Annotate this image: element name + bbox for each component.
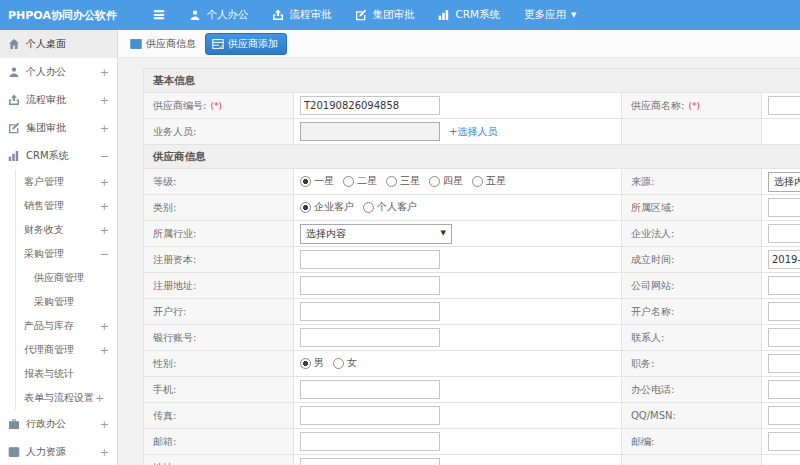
expand-plus-icon[interactable]: + [100,201,111,212]
gender-radio-0[interactable] [300,358,311,369]
office-phone-input[interactable] [768,380,800,399]
registered-capital-input[interactable] [300,250,440,269]
expand-plus-icon[interactable]: + [100,321,111,332]
expand-plus-icon[interactable]: + [100,123,111,134]
company-website-input[interactable] [768,276,800,295]
sidebar-item-product-inventory[interactable]: 产品与库存+ [0,314,117,338]
registered-address-input[interactable] [300,276,440,295]
level-radio-4[interactable] [472,176,483,187]
bank-branch-input[interactable] [300,302,440,321]
expand-plus-icon[interactable]: + [100,225,111,236]
level-radio-3[interactable] [429,176,440,187]
gender-option-1[interactable]: 女 [333,356,357,370]
nav-item-more-apps[interactable]: 更多应用▼ [524,8,576,22]
region-input[interactable] [768,198,800,217]
sidebar-item-workflow-approval[interactable]: 流程审批+ [0,86,117,114]
category-radio-1[interactable] [363,202,374,213]
field-label: 来源: [631,176,654,187]
tab-supplier-add[interactable]: 供应商添加 [205,33,287,55]
sidebar-item-form-flow-settings[interactable]: 表单与流程设置+ [0,386,117,410]
level-radio-1[interactable] [343,176,354,187]
industry-select[interactable]: 选择内容▼ [300,224,452,244]
field-label: 传真: [153,410,176,421]
nav-item-personal-office[interactable]: 个人办公 [189,8,248,22]
mobile-input[interactable] [300,380,440,399]
menu-icon[interactable]: ≡ [152,7,165,23]
account-name-input[interactable] [768,302,800,321]
level-option-1[interactable]: 二星 [343,174,377,188]
expand-plus-icon[interactable]: + [100,419,111,430]
region-value-cell [762,195,800,221]
expand-plus-icon[interactable]: + [100,67,111,78]
nav-item-crm-system[interactable]: CRM系统 [438,8,500,22]
bank-account-label: 银行账号: [144,325,294,351]
field-label: 地址: [153,462,176,465]
category-label: 类别: [144,195,294,221]
registered-capital-label: 注册资本: [144,247,294,273]
sidebar-item-group-approval[interactable]: 集团审批+ [0,114,117,142]
sidebar-item-personal-office[interactable]: 个人办公+ [0,58,117,86]
sidebar-item-sales-mgmt[interactable]: 销售管理+ [0,194,117,218]
collapse-minus-icon[interactable]: − [100,151,111,162]
category-option-0[interactable]: 企业客户 [300,200,354,214]
field-label: 所属行业: [153,228,196,239]
bank-branch-value-cell [294,299,622,325]
level-radio-2[interactable] [386,176,397,187]
legal-person-input[interactable] [768,224,800,243]
expand-plus-icon[interactable]: + [100,345,111,356]
book-icon [8,446,20,458]
nav-item-group-approval[interactable]: 集团审批 [355,8,414,22]
expand-plus-icon[interactable]: + [95,393,104,404]
contact-person-input[interactable] [768,328,800,347]
field-label: 开户名称: [631,306,674,317]
contact-person-value-cell [762,325,800,351]
gender-radio-1[interactable] [333,358,344,369]
fax-input[interactable] [300,406,440,425]
nav-item-workflow-approval[interactable]: 流程审批 [272,8,331,22]
supplier-code-input[interactable] [300,96,440,115]
sidebar-item-human-resources[interactable]: 人力资源+ [0,438,117,465]
caret-down-icon: ▼ [441,230,446,237]
tab-supplier-info[interactable]: 供应商信息 [130,37,196,51]
sidebar-item-purchasing-mgmt[interactable]: 采购管理 [0,290,117,314]
sidebar-item-finance-mgmt[interactable]: 财务收支+ [0,218,117,242]
sidebar-item-supplier-mgmt[interactable]: 供应商管理 [0,266,117,290]
zip-code-input[interactable] [768,432,800,451]
sidebar-item-reports-stats[interactable]: 报表与统计 [0,362,117,386]
sidebar-item-label: 客户管理 [24,175,64,189]
source-select[interactable]: 选择内容▼ [768,172,800,192]
expand-plus-icon[interactable]: + [100,447,111,458]
sidebar-item-agent-mgmt[interactable]: 代理商管理+ [0,338,117,362]
sidebar-item-customer-mgmt[interactable]: 客户管理+ [0,170,117,194]
address-input[interactable] [300,458,440,465]
level-option-4[interactable]: 五星 [472,174,506,188]
sidebar-item-label: 集团审批 [26,121,66,135]
zip-code-value-cell [762,429,800,455]
business-person-input[interactable] [300,122,440,141]
category-option-1[interactable]: 个人客户 [363,200,417,214]
sidebar-item-personal-desktop[interactable]: 个人桌面 [0,30,117,58]
gender-option-0[interactable]: 男 [300,356,324,370]
supplier-name-input[interactable] [768,96,800,115]
select-person-link[interactable]: +选择人员 [449,126,497,137]
level-option-0[interactable]: 一星 [300,174,334,188]
sidebar-item-purchase-mgmt[interactable]: 采购管理− [0,242,117,266]
sidebar-item-label: 个人桌面 [26,37,66,51]
level-option-3[interactable]: 四星 [429,174,463,188]
sidebar-item-label: 行政办公 [26,417,66,431]
level-option-2[interactable]: 三星 [386,174,420,188]
gender-value-cell: 男女 [294,351,622,377]
qq-msn-input[interactable] [768,406,800,425]
sidebar-item-admin-office[interactable]: 行政办公+ [0,410,117,438]
expand-plus-icon[interactable]: + [100,177,111,188]
bank-account-input[interactable] [300,328,440,347]
sidebar-item-crm-system[interactable]: CRM系统− [0,142,117,170]
section-header-row: 供应商信息 [144,145,800,169]
position-input[interactable] [768,354,800,373]
expand-plus-icon[interactable]: + [100,95,111,106]
collapse-minus-icon[interactable]: − [100,249,111,260]
category-radio-0[interactable] [300,202,311,213]
founded-date-input[interactable] [768,250,800,269]
email-input[interactable] [300,432,440,451]
level-radio-0[interactable] [300,176,311,187]
